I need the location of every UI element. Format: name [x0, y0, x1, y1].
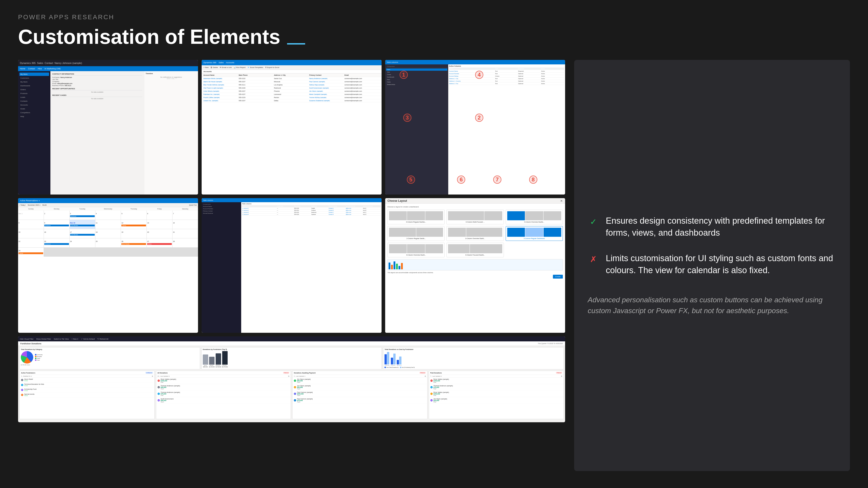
cross-icon: ✗: [588, 254, 599, 265]
table-all-donations: All Donations Filtered 12 ↓ Last Updated…: [156, 371, 291, 419]
content-area: Dynamics 365 Sales Contact Nancy Johnson…: [18, 60, 850, 471]
page-label: POWER APPS RESEARCH: [18, 13, 850, 21]
chart-donations-vs-goal: Total Donations vs Goal by Fundraiser Sc…: [383, 347, 564, 369]
table-active-fundraisers: Active Fundraisers Unfiltered 4 ↓ Modifi…: [20, 371, 155, 419]
col-contact: Primary Contact: [309, 74, 344, 76]
account-row: Adventure Works (sample) 555-0152 Santa …: [202, 77, 381, 80]
fundraiser-row: TE Technical Education for Kids Active: [20, 383, 154, 387]
screenshot-dynamics-crm: Dynamics 365 Sales Contact Nancy Johnson…: [18, 60, 198, 195]
layout-option[interactable]: 3-Column Focused Dashb...: [446, 242, 504, 257]
paid-row: TV Rene Valdes (sample) $150,000 Paid: [429, 391, 564, 397]
account-row: Fabrikam Inc. (sample) 555-0157 Lynnwood…: [202, 93, 381, 96]
account-row: Blue Yonder Airlines (sample) 555-0111 L…: [202, 84, 381, 87]
layout-option[interactable]: 4-Column Overview Dashb...: [506, 210, 563, 224]
bullet-cross: ✗ Limits customisation for UI styling su…: [588, 252, 836, 276]
layout-option[interactable]: 3-Column Regular Dashbo...: [388, 210, 445, 224]
paid-row: TA Thomas Anderson (sample) $75,000 Paid: [429, 384, 564, 391]
layout-option[interactable]: 3-Column Overview Dasht...: [446, 226, 504, 241]
paid-row: JG Jon Glynn (sample) $25,000 Paid: [429, 397, 564, 404]
col-account-name: Account Name: [204, 74, 239, 76]
layout-option[interactable]: 3-Column Regular Dashboard: [506, 226, 563, 241]
screenshot-table-columns: Table columns Components Form View Chart…: [385, 60, 565, 195]
page-title: Customisation of Elements: [18, 25, 850, 48]
fundraiser-row: SR Storm Relief Active: [20, 378, 154, 383]
screenshot-accounts-list: Dynamics 365 Sales Accounts + New 🗑 Dele…: [202, 60, 381, 195]
account-row: Coho Winery (sample) 555-0157 Phoenix Ji…: [202, 90, 381, 93]
col-main-phone: Main Phone: [239, 74, 274, 76]
annotation-4: 4: [475, 71, 483, 79]
chart-total-donations: Total Donations by Category Community Ed…: [20, 347, 200, 369]
annotation-1: 1: [400, 71, 408, 79]
donation-row: TA Thomas Anderson (sample) $75,000 Paid: [156, 391, 291, 397]
col-city: Address 1: City: [274, 74, 309, 76]
bullet-cross-text: Limits customisation for UI styling such…: [606, 252, 836, 276]
check-icon: ✓: [588, 216, 599, 228]
donation-row: JG Thomas Anderson (sample) $50,000 Open: [156, 384, 291, 391]
annotation-5: 5: [407, 175, 415, 184]
screenshots-grid: Dynamics 365 Sales Contact Nancy Johnson…: [18, 60, 565, 471]
fundraiser-row: GC Special events Active: [20, 392, 154, 397]
table-paid-donations: Paid Donations Filtered 7 ↓ Last Updated…: [429, 371, 564, 419]
donation-row: SK Scott Konersmann $50,000 Open: [156, 397, 291, 404]
accounts-header: Accounts: [202, 70, 381, 73]
awaiting-row: GC Paul Cannon (sample) $200,000 Open: [292, 391, 427, 397]
screenshot-fundraiser-dashboard: Hide Visual Filter Show Global Filter Sw…: [18, 336, 565, 422]
screenshot-choose-layout: Choose Layout ✕ Choose a layout to creat…: [385, 198, 565, 333]
paid-row: OS Rene Valdes (sample) $150,000 Paid: [429, 378, 564, 384]
close-icon[interactable]: ✕: [560, 199, 563, 203]
donation-row: OS Rene Valdes (sample) $150,000 Paid: [156, 378, 291, 384]
account-row: Fourth Coffee (sample) 555-0153 Renton Y…: [202, 96, 381, 99]
fundraiser-row: SF Scholarship Fund Active: [20, 387, 154, 392]
awaiting-row: JG Jim Glynn (sample) $50,000 Open: [292, 378, 427, 384]
screenshot-table-columns-2: Table columns Components Account Name Ac…: [202, 198, 381, 333]
col-email: Email: [344, 74, 380, 76]
awaiting-row: PC Paul Cannon (sample) $75,000 Open: [292, 397, 427, 404]
awaiting-row: SD Jon Glynn (sample) $50,000 Open: [292, 384, 427, 391]
layout-option[interactable]: 3-Column Overview Dasht...: [388, 242, 445, 257]
right-panel: ✓ Ensures design consistency with predef…: [574, 60, 850, 471]
create-button[interactable]: Create: [553, 275, 563, 279]
bullet-check-text: Ensures design consistency with predefin…: [606, 215, 836, 239]
account-row: City Power & Light (sample) 555-0150 Red…: [202, 87, 381, 90]
account-row: Alpine Ski House (sample) 555-0157 Misso…: [202, 80, 381, 84]
title-underline: [287, 43, 305, 44]
chart-donations-fundraiser: Donations by Fundraiser (Top 5) Storm$50…: [202, 347, 382, 369]
italic-note: Advanced personalisation such as custom …: [588, 294, 836, 316]
annotation-8: 8: [529, 175, 537, 184]
annotation-7: 7: [493, 175, 501, 184]
annotation-3: 3: [403, 113, 411, 122]
page-container: POWER APPS RESEARCH Customisation of Ele…: [0, 0, 868, 488]
layout-option[interactable]: 2-Column Regular Dashb...: [388, 226, 445, 241]
layout-option[interactable]: 3-Column Multi-Focused ...: [446, 210, 504, 224]
bullet-check: ✓ Ensures design consistency with predef…: [588, 215, 836, 239]
account-row: Litware Inc. (sample) 555-0157 Dallas Su…: [202, 99, 381, 102]
table-donations-awaiting: Donations Awaiting Payment Filtered 5 ↓ …: [292, 371, 428, 419]
screenshot-calendar: Active Reservations ∨ ⟨ Today ⟩ November…: [18, 198, 198, 333]
